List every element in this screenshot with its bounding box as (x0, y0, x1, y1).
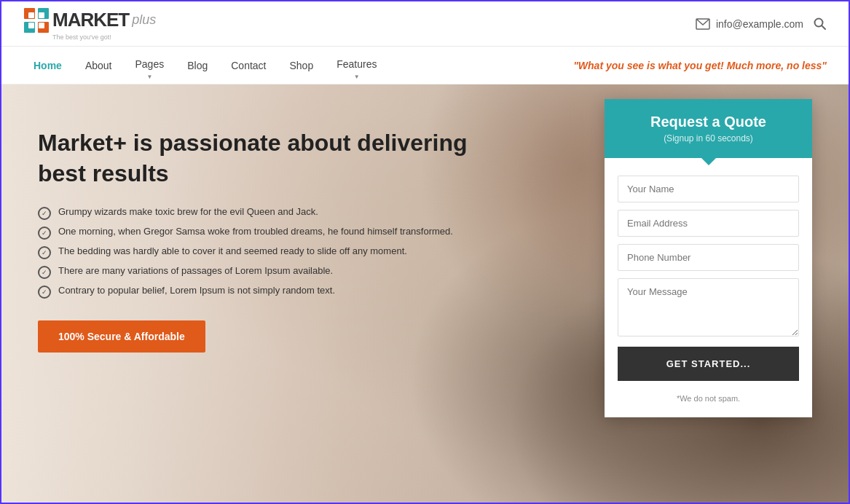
bullet-text-4: There are many variations of passages of… (58, 265, 333, 276)
quote-title: Request a Quote (619, 114, 798, 130)
check-icon: ✓ (38, 227, 51, 240)
check-icon: ✓ (38, 286, 51, 299)
list-item: ✓ One morning, when Gregor Samsa woke fr… (38, 226, 482, 240)
logo-tagline: The best you've got! (52, 34, 111, 41)
svg-line-10 (822, 25, 825, 29)
chevron-down-icon: ▼ (146, 74, 152, 80)
top-right: info@example.com (696, 17, 827, 31)
svg-rect-4 (28, 12, 34, 18)
bullet-text-5: Contrary to popular belief, Lorem Ipsum … (58, 285, 335, 296)
nav-item-blog[interactable]: Blog (177, 50, 218, 82)
list-item: ✓ Contrary to popular belief, Lorem Ipsu… (38, 285, 482, 299)
check-icon: ✓ (38, 207, 51, 220)
bullet-text-1: Grumpy wizards make toxic brew for the e… (58, 206, 318, 217)
bullet-text-2: One morning, when Gregor Samsa woke from… (58, 226, 453, 237)
quote-subtitle: (Signup in 60 seconds) (619, 133, 798, 143)
quote-header: Request a Quote (Signup in 60 seconds) (605, 99, 812, 158)
logo-main: MARKETplus (23, 7, 156, 34)
check-icon: ✓ (38, 246, 51, 259)
nav-item-about[interactable]: About (75, 50, 122, 82)
email-input[interactable] (618, 210, 799, 237)
nav-item-contact[interactable]: Contact (221, 50, 276, 82)
envelope-icon (696, 18, 710, 30)
email-address: info@example.com (716, 18, 803, 30)
cta-button[interactable]: 100% Secure & Affordable (38, 320, 205, 353)
quote-form: Request a Quote (Signup in 60 seconds) G… (605, 99, 812, 417)
logo-icon (23, 7, 50, 34)
hero-title: Market+ is passionate about delivering b… (38, 128, 482, 189)
name-input[interactable] (618, 176, 799, 202)
quote-body: GET STARTED... *We do not spam. (605, 158, 812, 417)
nav-tagline: "What you see is what you get! Much more… (573, 60, 827, 71)
list-item: ✓ Grumpy wizards make toxic brew for the… (38, 206, 482, 220)
bullet-text-3: The bedding was hardly able to cover it … (58, 245, 407, 256)
email-area: info@example.com (696, 18, 803, 30)
check-icon: ✓ (38, 266, 51, 279)
top-bar: MARKETplus The best you've got! info@exa… (1, 1, 849, 47)
hero-bullets: ✓ Grumpy wizards make toxic brew for the… (38, 206, 482, 299)
search-icon[interactable] (814, 17, 827, 31)
logo-plus-text: plus (132, 12, 156, 28)
nav-item-home[interactable]: Home (23, 50, 72, 82)
phone-input[interactable] (618, 244, 799, 271)
nav-bar: Home About Pages▼ Blog Contact Shop Feat… (1, 47, 849, 84)
svg-rect-6 (28, 23, 34, 28)
logo-area: MARKETplus The best you've got! (23, 7, 156, 41)
message-textarea[interactable] (618, 278, 799, 336)
nav-links: Home About Pages▼ Blog Contact Shop Feat… (23, 48, 387, 83)
list-item: ✓ There are many variations of passages … (38, 265, 482, 279)
nav-item-features[interactable]: Features▼ (326, 48, 387, 83)
nav-item-pages[interactable]: Pages▼ (125, 48, 175, 83)
get-started-button[interactable]: GET STARTED... (618, 347, 799, 381)
svg-rect-5 (39, 12, 44, 18)
svg-rect-7 (39, 23, 44, 28)
list-item: ✓ The bedding was hardly able to cover i… (38, 245, 482, 259)
chevron-down-icon-2: ▼ (354, 74, 360, 80)
hero-content: Market+ is passionate about delivering b… (1, 84, 511, 382)
logo-market-text: MARKET (52, 9, 129, 31)
hero-section: Market+ is passionate about delivering b… (1, 84, 849, 504)
no-spam-text: *We do not spam. (618, 388, 799, 406)
nav-item-shop[interactable]: Shop (279, 50, 323, 82)
